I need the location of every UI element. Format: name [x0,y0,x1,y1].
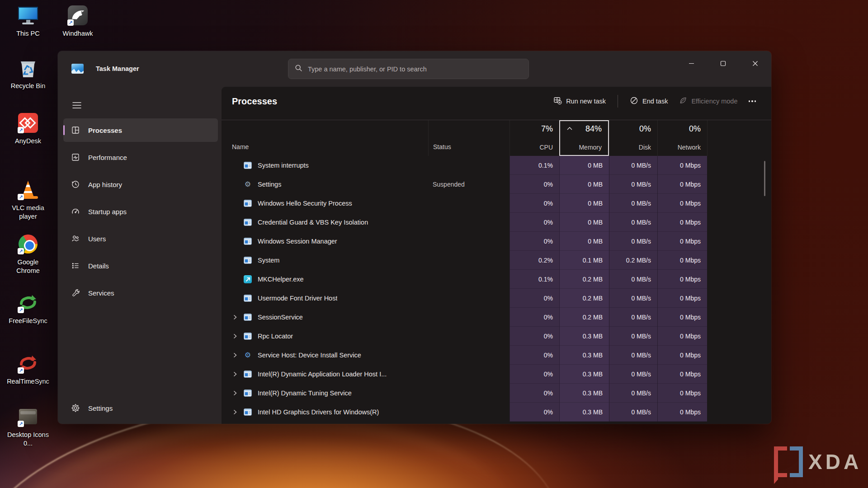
chrome-icon: ↗ [17,233,39,255]
desktop-icon-realtimesync[interactable]: ↗RealTimeSync [6,352,50,386]
process-cpu: 0.1% [509,156,559,175]
more-options-button[interactable] [743,96,762,107]
network-total: 0% [689,124,701,134]
process-memory: 0.3 MB [559,346,609,365]
table-row[interactable]: Intel(R) Dynamic Application Loader Host… [222,365,771,384]
desktop-icon-recycle-bin[interactable]: Recycle Bin [6,57,50,90]
table-row[interactable]: System0.2%0.1 MB0.2 MB/s0 Mbps [222,251,771,270]
row-spacer [707,156,771,175]
desktop-icon-freefilesync[interactable]: ↗FreeFileSync [6,292,50,325]
efficiency-mode-button[interactable]: Efficiency mode [673,93,743,109]
process-cpu: 0% [509,327,559,346]
sidebar-item-performance[interactable]: Performance [63,145,218,169]
table-row[interactable]: Intel(R) Dynamic Tuning Service0%0.3 MB0… [222,384,771,403]
column-header-disk[interactable]: 0% Disk [609,120,657,156]
end-task-button[interactable]: End task [624,93,673,109]
desktop-icon-windhawk[interactable]: ↗Windhawk [56,5,99,38]
chevron-right-icon[interactable] [233,352,240,358]
sidebar-item-settings[interactable]: Settings [63,396,218,420]
win-process-icon [243,371,252,378]
column-header-cpu[interactable]: 7% CPU [509,120,559,156]
sidebar-item-services[interactable]: Services [63,281,218,305]
desktop-icon-anydesk[interactable]: ↗AnyDesk [6,112,50,145]
table-row[interactable]: System interrupts0.1%0 MB0 MB/s0 Mbps [222,156,771,175]
sidebar-item-processes[interactable]: Processes [63,118,218,142]
process-status [428,289,509,308]
desktop-icon-chrome[interactable]: ↗Google Chrome [6,233,50,275]
process-status [428,327,509,346]
sidebar-item-label: App history [88,181,122,188]
column-header-name[interactable]: Name [222,120,428,156]
chevron-right-icon[interactable] [233,390,240,396]
process-status [428,156,509,175]
process-name-cell: Credential Guard & VBS Key Isolation [222,213,428,232]
table-row[interactable]: MKCHelper.exe0.1%0.2 MB0 MB/s0 Mbps [222,270,771,289]
vertical-scrollbar[interactable] [764,161,765,196]
minimize-button[interactable] [681,55,702,72]
xda-bracket-right-icon [790,446,803,477]
process-status [428,403,509,422]
desktop-icon-this-pc[interactable]: This PC [6,5,50,38]
gear-process-icon: ⚙ [243,181,252,188]
table-row[interactable]: Windows Session Manager0%0 MB0 MB/s0 Mbp… [222,232,771,251]
process-disk: 0 MB/s [609,175,657,194]
process-status [428,194,509,213]
details-icon [71,261,80,271]
sidebar-item-startup[interactable]: Startup apps [63,200,218,223]
toolbar-divider [618,95,618,108]
row-spacer [707,194,771,213]
process-name: System [258,257,279,264]
process-name: Windows Session Manager [258,238,337,245]
close-button[interactable] [745,55,765,72]
table-row[interactable]: SessionService0%0.2 MB0 MB/s0 Mbps [222,308,771,327]
table-row[interactable]: Credential Guard & VBS Key Isolation0%0 … [222,213,771,232]
search-input[interactable] [307,65,522,73]
xda-watermark-text: XDA [808,450,862,474]
shortcut-arrow-icon: ↗ [18,421,24,427]
sidebar-item-users[interactable]: Users [63,227,218,250]
row-spacer [707,232,771,251]
column-header-status[interactable]: Status [428,120,509,156]
process-status [428,213,509,232]
chevron-right-icon[interactable] [233,333,240,339]
this-pc-icon [17,5,39,26]
process-disk: 0 MB/s [609,384,657,403]
efficiency-leaf-icon [679,96,687,106]
win-process-icon [243,200,252,207]
recycle-bin-icon [17,57,39,79]
process-status [428,384,509,403]
sidebar-item-label: Services [88,289,114,297]
disk-total: 0% [639,124,651,134]
row-spacer [707,270,771,289]
process-cpu: 0.2% [509,251,559,270]
run-new-task-button[interactable]: Run new task [548,93,611,109]
chevron-right-icon[interactable] [233,371,240,377]
process-name: Rpc Locator [258,333,293,340]
table-row[interactable]: Intel HD Graphics Drivers for Windows(R)… [222,403,771,422]
end-task-icon [630,96,638,106]
sidebar-item-history[interactable]: App history [63,173,218,196]
menu-toggle-button[interactable] [69,99,85,114]
search-box[interactable] [288,59,529,79]
sidebar-item-details[interactable]: Details [63,254,218,277]
process-memory: 0 MB [559,213,609,232]
toolbar: Processes Run new task End task [222,87,771,116]
process-disk: 0 MB/s [609,156,657,175]
process-status [428,365,509,384]
maximize-button[interactable] [712,55,733,72]
table-row[interactable]: ⚙SettingsSuspended0%0 MB0 MB/s0 Mbps [222,175,771,194]
desktop-icon-vlc[interactable]: ↗VLC media player [6,179,50,221]
table-row[interactable]: Rpc Locator0%0.3 MB0 MB/s0 Mbps [222,327,771,346]
column-header-network[interactable]: 0% Network [657,120,707,156]
efficiency-mode-label: Efficiency mode [691,98,737,105]
table-row[interactable]: ⚙Service Host: Device Install Service0%0… [222,346,771,365]
column-header-memory[interactable]: 84% Memory [559,120,609,156]
table-row[interactable]: Windows Hello Security Process0%0 MB0 MB… [222,194,771,213]
chevron-right-icon[interactable] [233,314,240,320]
chevron-right-icon[interactable] [233,409,240,415]
row-spacer [707,251,771,270]
desktop-icon-desktop-icons[interactable]: ↗Desktop Icons 0... [6,406,50,448]
desktop-icon-label: FreeFileSync [9,317,47,325]
gear-icon [71,403,80,413]
table-row[interactable]: Usermode Font Driver Host0%0.2 MB0 MB/s0… [222,289,771,308]
